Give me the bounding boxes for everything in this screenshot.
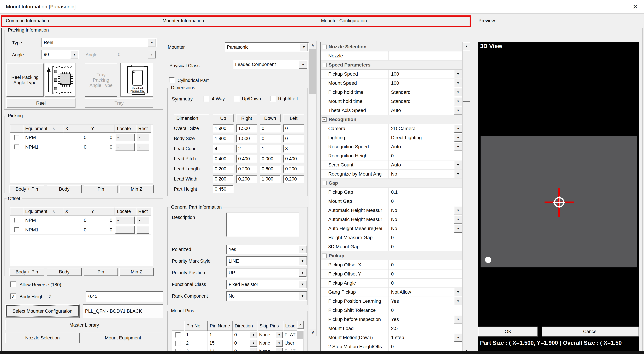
dimension-value-input[interactable]: 0 <box>260 135 280 143</box>
body-height-input[interactable]: 0.45 <box>86 291 163 302</box>
config-item-row[interactable]: Mount hold timeStandard▼ <box>321 97 462 106</box>
column-header[interactable]: Rect <box>136 207 151 216</box>
config-item-row[interactable]: Pickup Speed100▼ <box>321 70 462 79</box>
chevron-down-icon[interactable]: ▼ <box>298 292 306 300</box>
config-item-row[interactable]: 2 Step Motion HeightOffs0 <box>321 342 462 351</box>
row-checkbox[interactable] <box>14 144 19 150</box>
dimension-value-input[interactable]: 1.500 <box>236 135 257 143</box>
dimension-value-input[interactable]: 0.200 <box>236 165 257 173</box>
chevron-down-icon[interactable]: ▼ <box>454 124 462 133</box>
dimension-value-input[interactable]: 0.400 <box>236 155 257 163</box>
column-header[interactable]: Equipment∧ <box>23 124 63 133</box>
ok-button[interactable]: OK <box>478 327 538 337</box>
dimension-value-input[interactable]: 0.600 <box>260 165 280 173</box>
rect-button[interactable]: - <box>136 226 150 234</box>
cylindrical-part-checkbox[interactable] <box>169 77 175 83</box>
config-grid-scrollbar[interactable]: ▲ ▼ <box>462 42 470 354</box>
column-header[interactable]: Rect <box>136 124 151 133</box>
property-value[interactable]: Auto▼ <box>389 160 462 169</box>
chevron-down-icon[interactable]: ▼ <box>70 50 78 58</box>
chevron-down-icon[interactable]: ▼ <box>298 246 306 253</box>
picking-pin-button[interactable]: Pin <box>84 185 118 193</box>
nozzle-selection-button[interactable]: Nozzle Selection <box>5 333 80 343</box>
config-item-row[interactable]: Recognize by Mount AngNo▼ <box>321 170 462 179</box>
y-cell[interactable]: 0 <box>89 133 115 142</box>
scrollbar-thumb[interactable] <box>309 49 316 94</box>
pins-scroll-track[interactable] <box>297 339 304 347</box>
reel-packing-angle-type-button[interactable]: Reel Packing Angle Type <box>6 63 44 97</box>
column-header[interactable] <box>10 207 23 216</box>
property-value[interactable]: 2.5 <box>389 324 462 333</box>
scroll-up-icon[interactable]: ∧ <box>309 41 316 49</box>
property-value[interactable]: Standard▼ <box>389 97 462 106</box>
mount-equipment-button[interactable]: Mount Equipment <box>83 333 163 343</box>
chevron-down-icon[interactable]: ▼ <box>148 38 156 46</box>
chevron-down-icon[interactable]: ▼ <box>454 161 462 169</box>
chevron-down-icon[interactable]: ▼ <box>250 348 257 352</box>
config-item-row[interactable]: Mount Load2.5 <box>321 324 462 333</box>
property-value[interactable]: 100▼ <box>389 70 462 78</box>
column-header[interactable]: Skip Pins <box>258 321 283 331</box>
x-cell[interactable]: 0 <box>63 133 89 142</box>
dimension-value-input[interactable]: 1 <box>260 145 280 153</box>
property-value[interactable]: No▼ <box>389 206 462 215</box>
dimension-value-input[interactable]: 1.900 <box>213 135 234 143</box>
property-value[interactable]: Yes▼ <box>389 297 462 306</box>
dimension-value-input[interactable]: 4 <box>213 145 234 153</box>
chevron-down-icon[interactable]: ▼ <box>454 215 462 224</box>
polarity-position-select[interactable]: UP▼ <box>226 268 307 278</box>
config-item-row[interactable]: Recognition SpeedAuto▼ <box>321 142 462 151</box>
y-cell[interactable]: 0 <box>89 142 115 152</box>
close-icon[interactable]: ✕ <box>632 0 638 13</box>
mounter-select[interactable]: Panasonic ▼ <box>225 42 309 52</box>
property-value[interactable]: No▼ <box>389 215 462 224</box>
x-cell[interactable]: 0 <box>63 225 89 235</box>
column-header[interactable]: Pin Name <box>208 321 232 331</box>
collapse-icon[interactable]: − <box>322 63 326 67</box>
chevron-down-icon[interactable]: ▼ <box>454 79 462 87</box>
symmetry-checkbox[interactable] <box>270 96 276 102</box>
row-checkbox[interactable] <box>14 135 19 140</box>
column-header[interactable]: X <box>63 124 89 133</box>
master-library-button[interactable]: Master Library <box>5 320 163 330</box>
property-value[interactable]: 0 <box>389 260 462 269</box>
config-item-row[interactable]: Pickup Shift Tolerance0 <box>321 306 462 315</box>
x-cell[interactable]: 0 <box>63 142 89 152</box>
symmetry-checkbox[interactable] <box>234 96 240 102</box>
property-value[interactable]: 100▼ <box>389 79 462 88</box>
dimension-value-input[interactable]: 0.200 <box>283 175 304 183</box>
config-item-row[interactable]: Pickup hold timeStandard▼ <box>321 88 462 97</box>
config-category-row[interactable]: −Nozzle Selection <box>321 42 462 51</box>
property-value[interactable]: Auto▼ <box>389 106 462 115</box>
scrollbar-thumb[interactable] <box>462 50 470 102</box>
scroll-up-icon[interactable]: ∧ <box>297 321 304 329</box>
collapse-icon[interactable]: − <box>322 44 326 49</box>
config-item-row[interactable]: Theta Axis SpeedAuto▼ <box>321 106 462 115</box>
rect-button[interactable]: - <box>136 217 150 224</box>
offset-body-button[interactable]: Body <box>47 268 82 276</box>
column-header[interactable]: Pin No <box>184 321 208 331</box>
rect-button[interactable]: - <box>136 143 150 151</box>
select-mounter-configuration-button[interactable]: Select Mounter Configuration <box>5 304 80 318</box>
type-select[interactable]: Reel ▼ <box>42 38 157 47</box>
dimension-value-input[interactable]: 0.000 <box>260 155 280 163</box>
chevron-down-icon[interactable]: ▼ <box>454 315 462 324</box>
chevron-down-icon[interactable]: ▼ <box>250 332 257 339</box>
property-value[interactable]: 2D Camera▼ <box>389 124 462 133</box>
chevron-down-icon[interactable]: ▼ <box>454 70 462 78</box>
pins-scrollbar[interactable]: ∧ <box>297 321 304 331</box>
symmetry-checkbox[interactable] <box>204 96 210 102</box>
column-header[interactable]: Y <box>89 207 115 216</box>
column-header[interactable]: Locate <box>115 207 136 216</box>
config-item-row[interactable]: Pickup Position LearningYes▼ <box>321 297 462 306</box>
property-value[interactable]: No▼ <box>389 224 462 233</box>
chevron-down-icon[interactable]: ▼ <box>454 334 462 342</box>
chevron-down-icon[interactable]: ▼ <box>454 97 462 105</box>
dimension-value-input[interactable]: 0.200 <box>283 165 304 173</box>
config-item-row[interactable]: Height Measure Gap0 <box>321 233 462 242</box>
property-value[interactable]: 0 <box>389 279 462 288</box>
collapse-icon[interactable]: − <box>322 117 326 122</box>
config-category-row[interactable]: −Recognition <box>321 115 462 124</box>
polarized-select[interactable]: Yes▼ <box>226 245 307 254</box>
dimension-value-input[interactable]: 0.200 <box>236 175 257 183</box>
